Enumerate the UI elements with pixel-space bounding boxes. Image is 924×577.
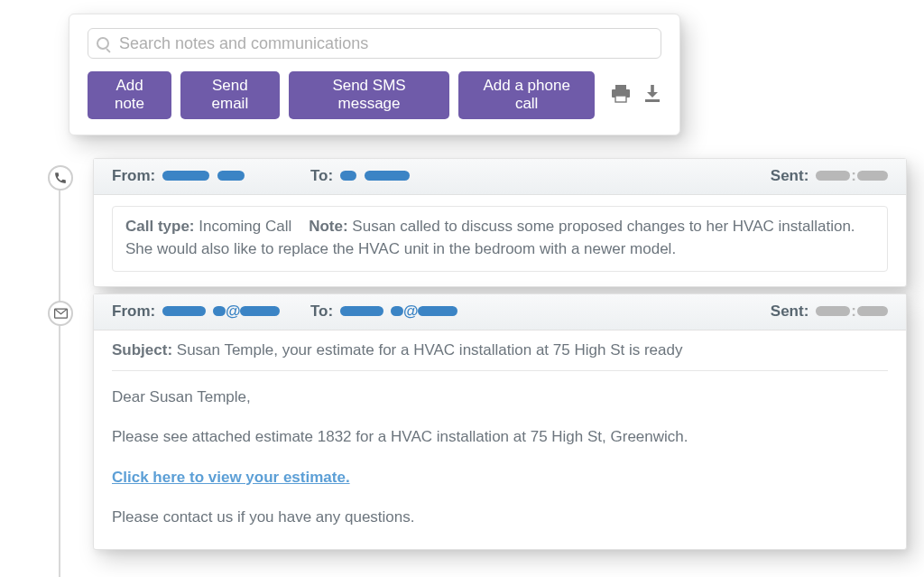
action-button-row: Add note Send email Send SMS message Add… — [88, 71, 661, 119]
email-body: Dear Susan Temple, Please see attached e… — [112, 386, 888, 529]
subject-label: Subject: — [112, 341, 172, 358]
timeline-node-email — [48, 301, 73, 326]
email-line-2: Please contact us if you have any questi… — [112, 506, 888, 529]
card-body: Call type: Incoming Call Note: Susan cal… — [94, 195, 906, 286]
utility-icons — [611, 84, 661, 107]
add-phone-call-button[interactable]: Add a phone call — [458, 71, 595, 119]
card-body: Subject: Susan Temple, your estimate for… — [94, 330, 906, 549]
search-icon — [97, 37, 109, 50]
actions-panel: Add note Send email Send SMS message Add… — [69, 14, 680, 135]
timeline-node-phone — [48, 165, 73, 191]
email-greeting: Dear Susan Temple, — [112, 386, 888, 409]
print-icon[interactable] — [611, 84, 631, 107]
phone-icon — [54, 172, 67, 184]
subject-value: Susan Temple, your estimate for a HVAC i… — [177, 341, 683, 358]
from-label: From: — [112, 167, 155, 185]
to-value-redacted: @ — [340, 302, 457, 321]
search-field-wrap — [88, 28, 661, 59]
search-input[interactable] — [88, 28, 661, 59]
svg-rect-2 — [615, 96, 626, 102]
view-estimate-link[interactable]: Click here to view your estimate. — [112, 469, 350, 486]
send-email-button[interactable]: Send email — [180, 71, 280, 119]
communications-timeline: From: To: Sent: : — [48, 149, 910, 577]
add-note-button[interactable]: Add note — [88, 71, 171, 119]
email-line-1: Please see attached estimate 1832 for a … — [112, 425, 888, 449]
to-label: To: — [310, 167, 333, 185]
download-icon[interactable] — [643, 84, 661, 107]
call-type-label: Call type: — [125, 218, 195, 235]
call-type-value: Incoming Call — [199, 218, 291, 235]
svg-rect-4 — [645, 99, 660, 102]
email-icon — [54, 308, 68, 319]
from-value-redacted: @ — [162, 302, 280, 321]
send-sms-button[interactable]: Send SMS message — [289, 71, 450, 119]
timeline-item-email: From: @ To: @ Sent: : — [93, 293, 907, 550]
sent-value-redacted: : — [816, 302, 888, 321]
card-header: From: @ To: @ Sent: : — [94, 294, 906, 330]
to-value-redacted — [340, 167, 410, 185]
to-label: To: — [310, 302, 333, 321]
sent-value-redacted: : — [816, 167, 888, 185]
note-label: Note: — [309, 218, 347, 235]
from-value-redacted — [162, 167, 245, 185]
phone-note-box: Call type: Incoming Call Note: Susan cal… — [112, 206, 888, 272]
timeline-rail — [59, 176, 60, 577]
svg-rect-0 — [615, 85, 626, 89]
timeline-item-phone: From: To: Sent: : — [93, 158, 907, 287]
email-subject-line: Subject: Susan Temple, your estimate for… — [112, 341, 888, 371]
sent-label: Sent: — [771, 302, 809, 321]
sent-label: Sent: — [771, 167, 809, 185]
from-label: From: — [112, 302, 155, 321]
card-header: From: To: Sent: : — [94, 159, 906, 195]
